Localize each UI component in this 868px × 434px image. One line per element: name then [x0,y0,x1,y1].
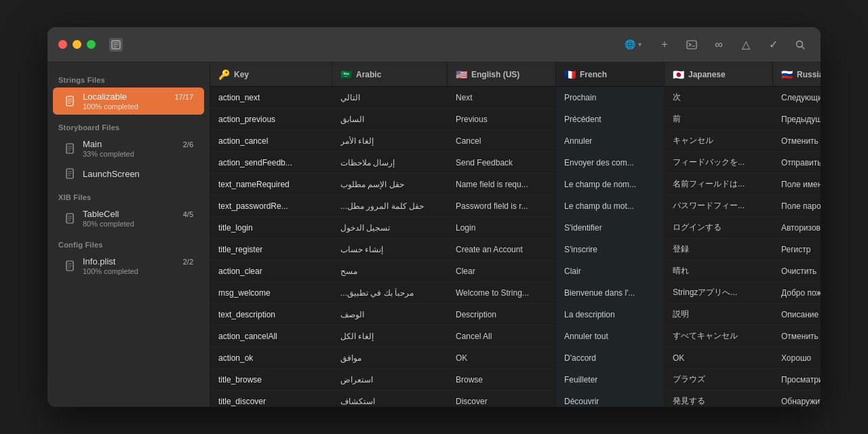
table-row[interactable]: title_discoverاستكشافDiscoverDécouvrir発見… [210,391,821,407]
table-cell-english: Welcome to String... [448,282,556,303]
table-cell-japanese: 次 [665,87,773,108]
table-cell-french: Annuler [556,130,665,151]
table-cell-key: action_cancel [210,130,332,151]
language-button[interactable]: 🌐 ▾ [619,37,647,52]
table-cell-english: Browse [448,369,556,390]
table-row[interactable]: msg_welcomeمرحباً بك في تطبيق...Welcome … [210,282,821,304]
sidebar-item-localizable[interactable]: Localizable17/17100% completed [53,87,204,115]
globe-icon: 🌐 [625,39,635,50]
infinity-button[interactable]: ∞ [709,35,728,54]
table-cell-french: Envoyer des com... [556,152,665,173]
table-row[interactable]: action_cancelAllإلغاء الكلCancel AllAnnu… [210,326,821,347]
sidebar-item-info.plist[interactable]: Info.plist2/2100% completed [53,252,204,279]
table-cell-key: action_ok [210,347,332,368]
table-row[interactable]: action_previousالسابقPreviousPrécédent前П… [210,108,821,130]
content-area: Strings FilesLocalizable17/17100% comple… [47,62,821,407]
sidebar-item-tablecell[interactable]: TableCell4/580% completed [53,205,204,232]
table-row[interactable]: title_registerإنشاء حسابCreate an Accoun… [210,239,821,260]
sidebar-item-main[interactable]: Main2/633% completed [53,135,204,162]
globe-chevron: ▾ [638,41,642,48]
column-header-french[interactable]: 🇫🇷French [556,62,665,86]
add-button[interactable]: ＋ [655,35,674,54]
table-cell-french: Bienvenue dans l'... [556,282,665,303]
table-cell-arabic: السابق [332,108,448,130]
column-header-russian[interactable]: 🇷🇺Russian [773,62,821,86]
table-row[interactable]: action_okموافقOKD'accordOKХорошо [210,347,821,369]
sidebar-item-badge: 4/5 [183,210,193,218]
table-cell-french: La description [556,304,665,325]
table-cell-french: S'identifier [556,217,665,238]
sidebar-item-launchscreen[interactable]: LaunchScreen [53,163,204,184]
title-bar: 🌐 ▾ ＋ ∞ △ ✓ [47,27,821,62]
minimize-button[interactable] [73,40,81,49]
table-cell-japanese: 登録 [665,239,773,260]
table-cell-arabic: مسح [332,260,448,281]
table-row[interactable]: action_nextالتاليNextProchain次Следующий [210,87,821,108]
column-label: Key [234,70,249,79]
table-cell-key: action_next [210,87,332,108]
warning-button[interactable]: △ [736,35,755,54]
table-cell-english: Cancel All [448,326,556,347]
sidebar-item-subtitle: 100% completed [83,102,193,111]
table-cell-english: Description [448,304,556,325]
table-cell-russian: Регистр [773,239,821,260]
file-icon [64,259,77,273]
table-cell-arabic: الوصف [332,304,448,325]
column-label: Japanese [688,70,726,79]
table-cell-key: msg_welcome [210,282,332,303]
column-header-arabic[interactable]: 🇸🇦Arabic [332,62,448,86]
sidebar-item-badge: 2/6 [183,140,193,149]
terminal-button[interactable] [682,35,701,54]
table-cell-arabic: إلغاء الأمر [332,130,448,151]
table-cell-arabic: استعراض [332,369,448,390]
table-cell-arabic: حقل كلمة المرور مطل... [332,195,448,216]
search-button[interactable] [791,35,810,54]
main-content: 🔑Key🇸🇦Arabic🇺🇸English (US)🇫🇷French🇯🇵Japa… [210,62,821,407]
table-cell-russian: Предыдущий [773,108,821,130]
table-cell-key: text_passwordRe... [210,195,332,216]
sidebar-section-header: Strings Files [47,68,210,87]
file-icon [64,142,77,155]
table-cell-russian: Авторизоваться [773,217,821,238]
column-header-english--us-[interactable]: 🇺🇸English (US) [448,62,556,86]
table-cell-russian: Поле пароля обяз... [773,195,821,216]
column-header-japanese[interactable]: 🇯🇵Japanese [665,62,773,86]
table-row[interactable]: title_browseاستعراضBrowseFeuilleterブラウズП… [210,369,821,391]
table-cell-key: text_description [210,304,332,325]
check-button[interactable]: ✓ [764,35,783,54]
flag-icon: 🇷🇺 [781,69,793,80]
table-cell-arabic: استكشاف [332,391,448,407]
table-body[interactable]: action_nextالتاليNextProchain次Следующийa… [210,87,821,407]
table-cell-french: S'inscrire [556,239,665,260]
file-icon [64,212,77,225]
column-header-key[interactable]: 🔑Key [210,62,332,86]
table-cell-japanese: パスワードフィー... [665,195,773,216]
table-row[interactable]: action_sendFeedb...إرسال ملاحظاتSend Fee… [210,152,821,174]
table-cell-key: title_login [210,217,332,238]
table-row[interactable]: text_descriptionالوصفDescriptionLa descr… [210,304,821,326]
table-row[interactable]: action_clearمسحClearClair晴れОчистить [210,260,821,282]
table-cell-english: Next [448,87,556,108]
table-cell-russian: Следующий [773,87,821,108]
sidebar-item-label: Localizable [83,92,127,102]
table-cell-french: Feuilleter [556,369,665,390]
table-cell-key: action_clear [210,260,332,281]
table-cell-english: Discover [448,391,556,407]
flag-icon: 🇸🇦 [340,69,352,80]
table-row[interactable]: action_cancelإلغاء الأمرCancelAnnulerキャン… [210,130,821,152]
table-row[interactable]: text_nameRequiredحقل الإسم مطلوبName fie… [210,174,821,195]
table-cell-key: text_nameRequired [210,174,332,195]
maximize-button[interactable] [87,40,96,49]
file-icon [64,167,77,180]
table-cell-french: Précédent [556,108,665,130]
table-cell-english: OK [448,347,556,368]
svg-line-7 [802,46,805,49]
table-row[interactable]: text_passwordRe...حقل كلمة المرور مطل...… [210,195,821,217]
table-cell-key: action_previous [210,108,332,130]
app-window: 🌐 ▾ ＋ ∞ △ ✓ Strings FilesLocalizable17/1… [47,27,821,407]
table-cell-japanese: Stringzアプリへ... [665,282,773,303]
close-button[interactable] [58,40,67,49]
table-row[interactable]: title_loginتسجيل الدخولLoginS'identifier… [210,217,821,239]
sidebar-item-subtitle: 80% completed [83,220,193,228]
project-icon [109,38,123,52]
